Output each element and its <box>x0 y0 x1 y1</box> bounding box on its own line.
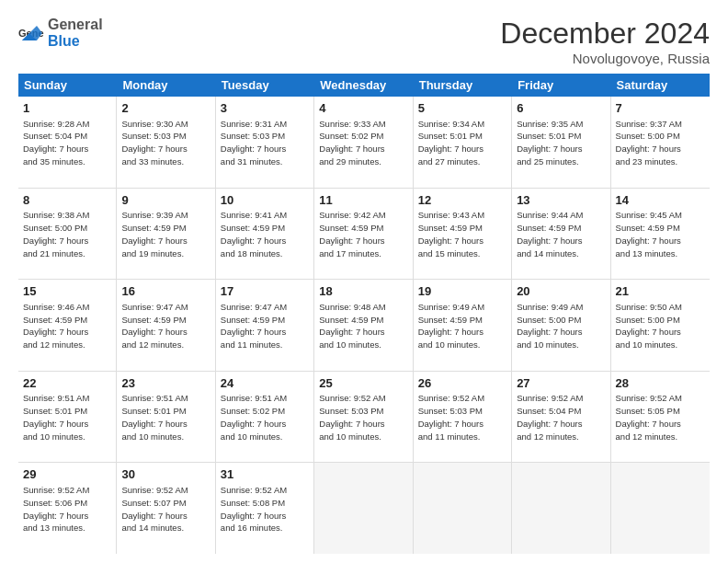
calendar-week-row: 8Sunrise: 9:38 AMSunset: 5:00 PMDaylight… <box>18 189 710 281</box>
calendar-day-header: Tuesday <box>216 74 314 97</box>
day-number: 26 <box>418 375 506 392</box>
cell-info: Sunrise: 9:48 AMSunset: 4:59 PMDaylight:… <box>319 302 385 350</box>
calendar-cell: 17Sunrise: 9:47 AMSunset: 4:59 PMDayligh… <box>216 280 314 371</box>
cell-info: Sunrise: 9:52 AMSunset: 5:07 PMDaylight:… <box>121 485 188 533</box>
calendar-cell: 28Sunrise: 9:52 AMSunset: 5:05 PMDayligh… <box>611 372 710 463</box>
day-number: 17 <box>221 283 309 300</box>
calendar-day-header: Wednesday <box>314 74 413 97</box>
page: General General Blue December 2024 Novol… <box>0 0 728 563</box>
day-number: 13 <box>517 192 605 209</box>
calendar-cell: 13Sunrise: 9:44 AMSunset: 4:59 PMDayligh… <box>512 189 610 280</box>
day-number: 31 <box>221 466 309 483</box>
calendar-cell: 16Sunrise: 9:47 AMSunset: 4:59 PMDayligh… <box>117 280 215 371</box>
cell-info: Sunrise: 9:45 AMSunset: 4:59 PMDaylight:… <box>616 210 682 258</box>
calendar-cell: 20Sunrise: 9:49 AMSunset: 5:00 PMDayligh… <box>512 280 610 371</box>
calendar-cell: 9Sunrise: 9:39 AMSunset: 4:59 PMDaylight… <box>117 189 215 280</box>
calendar-cell: 31Sunrise: 9:52 AMSunset: 5:08 PMDayligh… <box>216 463 314 554</box>
calendar-cell: 24Sunrise: 9:51 AMSunset: 5:02 PMDayligh… <box>216 372 314 463</box>
cell-info: Sunrise: 9:44 AMSunset: 4:59 PMDaylight:… <box>517 210 583 258</box>
calendar-cell <box>512 463 610 554</box>
cell-info: Sunrise: 9:52 AMSunset: 5:04 PMDaylight:… <box>517 393 583 441</box>
calendar: SundayMondayTuesdayWednesdayThursdayFrid… <box>18 74 710 554</box>
calendar-cell <box>314 463 413 554</box>
calendar-cell: 21Sunrise: 9:50 AMSunset: 5:00 PMDayligh… <box>611 280 710 371</box>
cell-info: Sunrise: 9:37 AMSunset: 5:00 PMDaylight:… <box>616 119 682 167</box>
cell-info: Sunrise: 9:41 AMSunset: 4:59 PMDaylight:… <box>221 210 287 258</box>
day-number: 28 <box>616 375 705 392</box>
day-number: 6 <box>517 100 605 117</box>
calendar-cell: 6Sunrise: 9:35 AMSunset: 5:01 PMDaylight… <box>512 97 610 188</box>
day-number: 3 <box>221 100 309 117</box>
calendar-cell: 7Sunrise: 9:37 AMSunset: 5:00 PMDaylight… <box>611 97 710 188</box>
location: Novolugovoye, Russia <box>500 51 710 66</box>
cell-info: Sunrise: 9:52 AMSunset: 5:06 PMDaylight:… <box>23 485 89 533</box>
calendar-cell <box>414 463 512 554</box>
day-number: 11 <box>319 192 407 209</box>
day-number: 24 <box>221 375 309 392</box>
day-number: 21 <box>616 283 705 300</box>
calendar-cell: 8Sunrise: 9:38 AMSunset: 5:00 PMDaylight… <box>18 189 117 280</box>
calendar-week-row: 22Sunrise: 9:51 AMSunset: 5:01 PMDayligh… <box>18 372 710 464</box>
calendar-week-row: 29Sunrise: 9:52 AMSunset: 5:06 PMDayligh… <box>18 463 710 554</box>
calendar-week-row: 1Sunrise: 9:28 AMSunset: 5:04 PMDaylight… <box>18 97 710 189</box>
calendar-cell: 15Sunrise: 9:46 AMSunset: 4:59 PMDayligh… <box>18 280 117 371</box>
calendar-week-row: 15Sunrise: 9:46 AMSunset: 4:59 PMDayligh… <box>18 280 710 372</box>
day-number: 16 <box>121 283 210 300</box>
calendar-header: SundayMondayTuesdayWednesdayThursdayFrid… <box>18 74 710 97</box>
logo-icon: General <box>18 20 44 46</box>
day-number: 2 <box>121 100 210 117</box>
calendar-day-header: Friday <box>512 74 610 97</box>
header: General General Blue December 2024 Novol… <box>18 17 710 66</box>
cell-info: Sunrise: 9:39 AMSunset: 4:59 PMDaylight:… <box>121 210 188 258</box>
calendar-day-header: Thursday <box>414 74 512 97</box>
day-number: 19 <box>418 283 506 300</box>
calendar-cell: 18Sunrise: 9:48 AMSunset: 4:59 PMDayligh… <box>314 280 413 371</box>
calendar-day-header: Monday <box>117 74 215 97</box>
logo-text: General Blue <box>48 17 103 49</box>
title-block: December 2024 Novolugovoye, Russia <box>500 17 710 66</box>
calendar-cell: 29Sunrise: 9:52 AMSunset: 5:06 PMDayligh… <box>18 463 117 554</box>
cell-info: Sunrise: 9:42 AMSunset: 4:59 PMDaylight:… <box>319 210 385 258</box>
cell-info: Sunrise: 9:34 AMSunset: 5:01 PMDaylight:… <box>418 119 484 167</box>
calendar-cell: 3Sunrise: 9:31 AMSunset: 5:03 PMDaylight… <box>216 97 314 188</box>
calendar-cell: 22Sunrise: 9:51 AMSunset: 5:01 PMDayligh… <box>18 372 117 463</box>
day-number: 27 <box>517 375 605 392</box>
cell-info: Sunrise: 9:49 AMSunset: 4:59 PMDaylight:… <box>418 302 484 350</box>
day-number: 9 <box>121 192 210 209</box>
calendar-day-header: Saturday <box>611 74 710 97</box>
calendar-cell: 14Sunrise: 9:45 AMSunset: 4:59 PMDayligh… <box>611 189 710 280</box>
calendar-cell: 26Sunrise: 9:52 AMSunset: 5:03 PMDayligh… <box>414 372 512 463</box>
cell-info: Sunrise: 9:50 AMSunset: 5:00 PMDaylight:… <box>616 302 682 350</box>
cell-info: Sunrise: 9:51 AMSunset: 5:02 PMDaylight:… <box>221 393 287 441</box>
day-number: 14 <box>616 192 705 209</box>
cell-info: Sunrise: 9:52 AMSunset: 5:08 PMDaylight:… <box>221 485 287 533</box>
cell-info: Sunrise: 9:28 AMSunset: 5:04 PMDaylight:… <box>23 119 89 167</box>
day-number: 4 <box>319 100 407 117</box>
calendar-cell: 25Sunrise: 9:52 AMSunset: 5:03 PMDayligh… <box>314 372 413 463</box>
cell-info: Sunrise: 9:51 AMSunset: 5:01 PMDaylight:… <box>23 393 89 441</box>
day-number: 15 <box>23 283 111 300</box>
cell-info: Sunrise: 9:43 AMSunset: 4:59 PMDaylight:… <box>418 210 484 258</box>
day-number: 1 <box>23 100 111 117</box>
cell-info: Sunrise: 9:47 AMSunset: 4:59 PMDaylight:… <box>221 302 287 350</box>
day-number: 23 <box>121 375 210 392</box>
calendar-cell: 23Sunrise: 9:51 AMSunset: 5:01 PMDayligh… <box>117 372 215 463</box>
cell-info: Sunrise: 9:38 AMSunset: 5:00 PMDaylight:… <box>23 210 89 258</box>
day-number: 5 <box>418 100 506 117</box>
calendar-day-header: Sunday <box>18 74 117 97</box>
calendar-cell: 27Sunrise: 9:52 AMSunset: 5:04 PMDayligh… <box>512 372 610 463</box>
day-number: 20 <box>517 283 605 300</box>
day-number: 10 <box>221 192 309 209</box>
calendar-cell: 12Sunrise: 9:43 AMSunset: 4:59 PMDayligh… <box>414 189 512 280</box>
cell-info: Sunrise: 9:35 AMSunset: 5:01 PMDaylight:… <box>517 119 583 167</box>
cell-info: Sunrise: 9:46 AMSunset: 4:59 PMDaylight:… <box>23 302 89 350</box>
day-number: 7 <box>616 100 705 117</box>
cell-info: Sunrise: 9:31 AMSunset: 5:03 PMDaylight:… <box>221 119 287 167</box>
cell-info: Sunrise: 9:49 AMSunset: 5:00 PMDaylight:… <box>517 302 583 350</box>
calendar-cell: 10Sunrise: 9:41 AMSunset: 4:59 PMDayligh… <box>216 189 314 280</box>
day-number: 8 <box>23 192 111 209</box>
cell-info: Sunrise: 9:51 AMSunset: 5:01 PMDaylight:… <box>121 393 188 441</box>
calendar-cell: 4Sunrise: 9:33 AMSunset: 5:02 PMDaylight… <box>314 97 413 188</box>
calendar-cell <box>611 463 710 554</box>
day-number: 29 <box>23 466 111 483</box>
